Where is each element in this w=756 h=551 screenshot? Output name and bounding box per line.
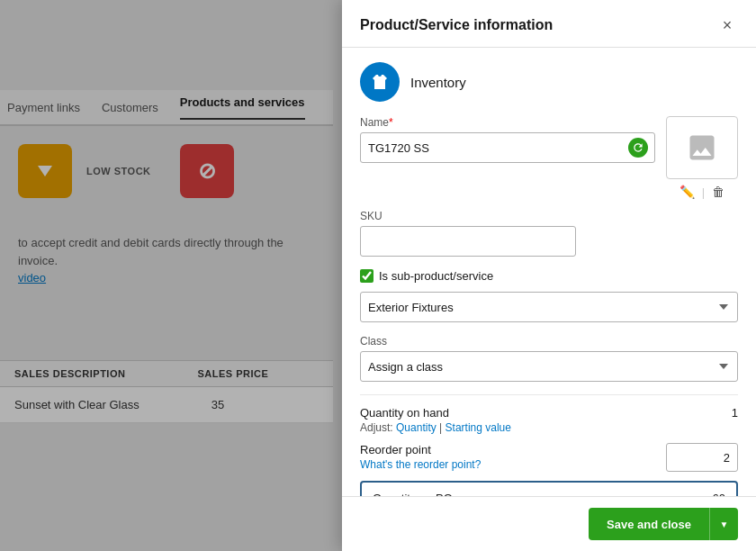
product-type-icon <box>360 62 400 102</box>
edit-icon[interactable]: ✏️ <box>680 185 695 199</box>
qty-on-hand-group: Quantity on hand Adjust: Quantity | Star… <box>360 406 702 434</box>
subproduct-checkbox-row: Is sub-product/service <box>360 269 738 283</box>
image-icon <box>686 131 718 164</box>
sku-input[interactable] <box>360 226 576 257</box>
name-label: Name* <box>360 116 655 129</box>
product-type-label: Inventory <box>410 75 466 90</box>
save-button-group: Save and close ▼ <box>589 508 738 540</box>
name-input-wrapper <box>360 132 655 163</box>
delete-icon[interactable]: 🗑 <box>712 185 724 199</box>
image-group: ✏️ | 🗑 <box>666 116 738 199</box>
class-select[interactable]: Assign a class <box>360 351 738 382</box>
sku-section: SKU <box>360 210 738 257</box>
save-dropdown-button[interactable]: ▼ <box>709 508 738 540</box>
reorder-row: Reorder point What's the reorder point? <box>360 443 738 472</box>
refresh-icon[interactable] <box>628 138 648 158</box>
reorder-sub: What's the reorder point? <box>360 458 666 471</box>
tshirt-icon <box>369 71 391 93</box>
save-close-button[interactable]: Save and close <box>589 508 709 540</box>
close-button[interactable]: × <box>716 14 738 36</box>
reorder-help-link[interactable]: What's the reorder point? <box>360 458 481 471</box>
modal-body: Inventory Name* <box>342 48 756 496</box>
qty-on-po-row: Quantity on PO 60 <box>360 481 738 496</box>
qty-on-hand-value: 1 <box>702 406 738 420</box>
inventory-section: Quantity on hand Adjust: Quantity | Star… <box>360 394 738 496</box>
modal-header: Product/Service information × <box>342 0 756 48</box>
name-image-row: Name* ✏️ <box>360 116 738 199</box>
qty-on-hand-row: Quantity on hand Adjust: Quantity | Star… <box>360 406 738 434</box>
refresh-svg <box>632 141 644 154</box>
image-actions: ✏️ | 🗑 <box>680 185 724 199</box>
modal-title: Product/Service information <box>360 17 553 33</box>
product-service-modal: Product/Service information × Inventory … <box>342 0 756 551</box>
name-input[interactable] <box>360 132 655 163</box>
subproduct-label: Is sub-product/service <box>379 269 493 283</box>
qty-adjust-sub: Adjust: Quantity | Starting value <box>360 421 702 434</box>
class-label: Class <box>360 335 738 348</box>
reorder-input[interactable] <box>666 443 738 472</box>
adjust-quantity-link[interactable]: Quantity <box>396 421 436 434</box>
product-type-row: Inventory <box>360 62 738 102</box>
name-group: Name* <box>360 116 655 199</box>
sku-label: SKU <box>360 210 738 222</box>
reorder-group: Reorder point What's the reorder point? <box>360 443 666 471</box>
parent-section: Exterior Fixtures <box>360 292 738 322</box>
image-placeholder <box>666 116 738 179</box>
modal-footer: Save and close ▼ <box>342 496 756 551</box>
reorder-label: Reorder point <box>360 443 666 456</box>
qty-on-hand-label: Quantity on hand <box>360 406 702 420</box>
parent-select[interactable]: Exterior Fixtures <box>360 292 738 322</box>
adjust-starting-link[interactable]: Starting value <box>446 421 511 434</box>
class-section: Class Assign a class <box>360 335 738 382</box>
subproduct-checkbox[interactable] <box>360 269 374 283</box>
